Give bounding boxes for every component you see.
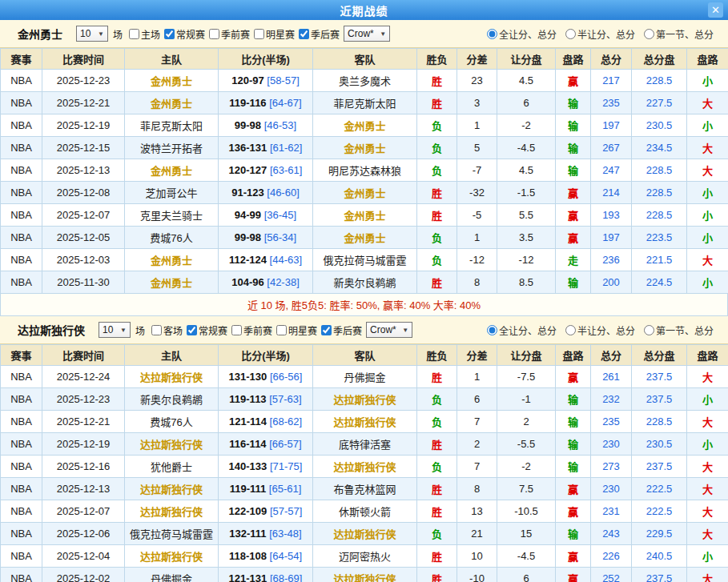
odds-view-option[interactable]: 半让分、总分: [563, 27, 635, 41]
point-diff-cell: -7: [457, 159, 497, 182]
bookmaker-select[interactable]: Crow* ▼: [344, 26, 390, 42]
filter-option[interactable]: 常规赛: [184, 323, 227, 337]
home-team-cell: 费城76人: [125, 411, 219, 433]
total-points-cell: 193: [591, 204, 632, 227]
point-diff-cell: 3: [457, 92, 497, 114]
odds-view-radio[interactable]: [487, 29, 497, 39]
total-line-cell: 234.5: [632, 137, 687, 159]
column-header: 客队: [313, 49, 417, 70]
filter-checkbox[interactable]: [276, 325, 287, 335]
games-table-body: NBA2025-12-24达拉斯独行侠131-130 [66-56]丹佛掘金胜1…: [1, 366, 728, 582]
odds-view-label: 全让分、总分: [499, 323, 557, 337]
date-cell: 2025-12-07: [42, 204, 125, 227]
filter-checkbox[interactable]: [231, 325, 242, 335]
odds-view-radio[interactable]: [487, 325, 497, 335]
handicap-line-cell: 7.5: [497, 478, 556, 500]
filter-option[interactable]: 主场: [127, 27, 160, 41]
odds-view-radio[interactable]: [644, 29, 654, 39]
over-under-cell: 大: [687, 92, 728, 114]
column-header: 分差: [457, 345, 497, 366]
total-line-cell: 237.5: [632, 456, 687, 478]
score-cell: 116-114 [66-57]: [219, 433, 313, 456]
date-cell: 2025-12-03: [42, 249, 125, 271]
bookmaker-select[interactable]: Crow* ▼: [366, 322, 412, 338]
column-header: 赛事: [1, 345, 42, 366]
odds-view-group: 全让分、总分半让分、总分第一节、总分: [478, 27, 722, 41]
league-cell: NBA: [1, 182, 42, 204]
close-icon[interactable]: ✕: [708, 2, 723, 18]
control-bar: 金州勇士 10 ▼ 场 主场常规赛季前赛明星赛季后赛 Crow* ▼ 全让分、总…: [0, 20, 728, 48]
filter-checkbox[interactable]: [151, 325, 162, 335]
filter-checkbox[interactable]: [129, 29, 139, 39]
over-under-cell: 小: [687, 433, 728, 456]
handicap-result-cell: 输: [556, 411, 591, 433]
away-team-cell: 休斯顿火箭: [313, 500, 417, 523]
filter-checkbox[interactable]: [164, 29, 175, 39]
odds-view-radio[interactable]: [565, 325, 576, 335]
score-cell: 99-98 [46-53]: [219, 114, 313, 137]
odds-view-option[interactable]: 第一节、总分: [642, 323, 714, 337]
column-header: 盘路: [556, 345, 591, 366]
filter-label: 主场: [141, 27, 160, 41]
win-loss-cell: 负: [417, 227, 457, 249]
handicap-line-cell: -1: [497, 388, 556, 411]
league-cell: NBA: [1, 137, 42, 159]
handicap-line-cell: 4.5: [497, 70, 556, 92]
win-loss-cell: 胜: [417, 545, 457, 568]
chevron-down-icon: ▼: [98, 30, 104, 38]
date-cell: 2025-12-06: [42, 523, 125, 545]
win-loss-cell: 负: [417, 456, 457, 478]
team-record-section-mavericks: 达拉斯独行侠 10 ▼ 场 客场常规赛季前赛明星赛季后赛 Crow* ▼ 全让分…: [0, 316, 728, 582]
games-table: 赛事比赛时间主队比分(半场)客队胜负分差让分盘盘路总分总分盘盘路 NBA2025…: [0, 344, 728, 582]
odds-view-radio[interactable]: [565, 29, 576, 39]
total-line-cell: 223.5: [632, 227, 687, 249]
home-team-cell: 达拉斯独行侠: [125, 478, 219, 500]
final-score: 91-123: [231, 187, 263, 199]
odds-view-radio[interactable]: [644, 325, 654, 335]
filter-option[interactable]: 明星赛: [274, 323, 317, 337]
odds-view-option[interactable]: 半让分、总分: [563, 323, 635, 337]
games-count-select[interactable]: 10 ▼: [76, 26, 108, 42]
total-points-cell: 200: [591, 271, 632, 294]
total-line-cell: 237.5: [632, 366, 687, 388]
odds-view-option[interactable]: 第一节、总分: [642, 27, 714, 41]
odds-view-option[interactable]: 全让分、总分: [485, 27, 557, 41]
game-row: NBA2025-12-23金州勇士120-97 [58-57]奥兰多魔术胜234…: [1, 70, 728, 92]
away-team-cell: 达拉斯独行侠: [313, 388, 417, 411]
date-cell: 2025-12-23: [42, 388, 125, 411]
filter-label: 客场: [163, 323, 183, 337]
total-points-cell: 273: [591, 456, 632, 478]
filter-option[interactable]: 季后赛: [296, 27, 340, 41]
recent-record-panel: 近期战绩 ✕ 金州勇士 10 ▼ 场 主场常规赛季前赛明星赛季后赛 Crow* …: [0, 0, 728, 582]
point-diff-cell: 5: [457, 137, 497, 159]
league-cell: NBA: [1, 411, 42, 433]
handicap-result-cell: 赢: [556, 500, 591, 523]
final-score: 121-131: [229, 572, 267, 582]
half-score: [63-61]: [267, 164, 302, 176]
game-row: NBA2025-12-08芝加哥公牛91-123 [46-60]金州勇士胜-32…: [1, 182, 728, 204]
odds-view-option[interactable]: 全让分、总分: [485, 323, 557, 337]
games-count-value: 10: [103, 324, 113, 335]
away-team-cell: 达拉斯独行侠: [313, 456, 417, 478]
filter-option[interactable]: 季前赛: [207, 27, 250, 41]
total-line-cell: 228.5: [632, 159, 687, 182]
filter-option[interactable]: 明星赛: [251, 27, 295, 41]
over-under-cell: 大: [687, 478, 728, 500]
handicap-result-cell: 输: [556, 456, 591, 478]
half-score: [36-45]: [261, 209, 296, 221]
games-count-select[interactable]: 10 ▼: [99, 322, 131, 338]
total-line-cell: 222.5: [632, 500, 687, 523]
filter-option[interactable]: 常规赛: [162, 27, 205, 41]
filter-option[interactable]: 季前赛: [229, 323, 272, 337]
filter-checkbox[interactable]: [321, 325, 332, 335]
filter-checkbox[interactable]: [209, 29, 219, 39]
filter-checkbox[interactable]: [254, 29, 264, 39]
total-points-cell: 230: [591, 478, 632, 500]
filter-checkbox[interactable]: [299, 29, 309, 39]
final-score: 132-111: [229, 528, 266, 540]
filter-option[interactable]: 客场: [149, 323, 183, 337]
filter-option[interactable]: 季后赛: [319, 323, 362, 337]
game-row: NBA2025-12-03金州勇士112-124 [44-63]俄克拉荷马城雷霆…: [1, 249, 728, 271]
over-under-cell: 大: [687, 137, 728, 159]
filter-checkbox[interactable]: [187, 325, 197, 335]
